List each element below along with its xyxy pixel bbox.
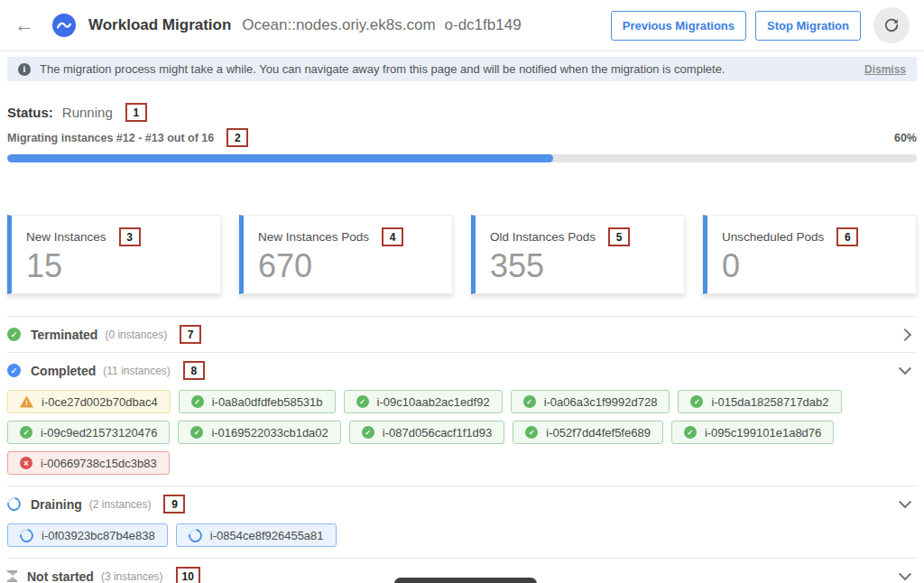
instance-chip: i-015da18258717dab2 [678, 390, 841, 413]
page-header: ← Workload Migration Ocean::nodes.oriy.e… [0, 0, 924, 51]
annotation-callout-7: 7 [180, 325, 201, 344]
chip-status-icon [690, 395, 703, 408]
section-terminated: Terminated (0 instances) 7 [7, 316, 917, 352]
instance-chip: i-0a06a3c1f9992d728 [511, 390, 670, 413]
refresh-icon [883, 17, 900, 33]
section-title: Completed [31, 364, 96, 378]
instance-id: i-0ce27d002b70dbac4 [42, 395, 158, 409]
progress-bar-fill [7, 154, 553, 162]
instance-id: i-0f03923bc87b4e838 [42, 529, 155, 542]
instance-id: i-087d056cacf1f1d93 [383, 426, 492, 440]
status-value: Running [62, 105, 113, 120]
instance-sections: Terminated (0 instances) 7 Completed (11… [7, 316, 917, 583]
section-title: Terminated [31, 328, 97, 342]
check-circle-blue-icon [7, 364, 21, 377]
card-value: 670 [258, 250, 438, 282]
progress-bar-track [7, 154, 917, 162]
section-draining-header[interactable]: Draining (2 instances) 9 [7, 486, 917, 522]
instance-id: i-09c9ed21573120476 [41, 426, 157, 440]
section-count: (2 instances) [89, 498, 152, 511]
previous-migrations-button[interactable]: Previous Migrations [611, 11, 746, 41]
instance-chip: i-00669738c15dc3b83 [7, 451, 170, 475]
annotation-callout-1: 1 [125, 103, 147, 122]
instance-id: i-0854ce8f926455a81 [210, 529, 324, 542]
card-label-row: New Instances Pods 4 [258, 227, 438, 246]
card-value: 0 [722, 250, 901, 282]
banner-text: The migration process might take a while… [40, 62, 725, 76]
card-label-row: Old Instances Pods 5 [490, 227, 670, 246]
section-title: Draining [31, 497, 82, 512]
annotation-callout-2: 2 [226, 128, 248, 147]
card-label: Unscheduled Pods [722, 230, 824, 244]
summary-card: Old Instances Pods 5 355 [471, 215, 685, 294]
chip-status-icon [186, 526, 205, 545]
instance-chip: i-087d056cacf1f1d93 [349, 421, 504, 444]
card-label-row: Unscheduled Pods 6 [722, 227, 901, 246]
chevron-down-icon[interactable] [899, 362, 911, 375]
summary-cards: New Instances 3 15 New Instances Pods 4 … [7, 215, 917, 294]
progress-percent-label: 60% [894, 132, 917, 144]
migration-id: o-dc1fb149 [445, 16, 522, 34]
dismiss-link[interactable]: Dismiss [864, 63, 906, 76]
section-terminated-header[interactable]: Terminated (0 instances) 7 [7, 317, 917, 352]
chevron-down-icon[interactable] [899, 568, 911, 580]
info-banner: i The migration process might take a whi… [7, 57, 917, 81]
instance-chip: i-095c199101e1a8d76 [671, 421, 834, 444]
annotation-callout: 5 [608, 227, 630, 246]
annotation-callout: 3 [119, 227, 141, 246]
stop-migration-button[interactable]: Stop Migration [755, 11, 861, 41]
section-count: (11 instances) [103, 365, 170, 377]
annotation-callout-10: 10 [176, 567, 200, 583]
card-label: Old Instances Pods [490, 230, 596, 244]
section-draining: Draining (2 instances) 9 i-0f03923bc87b4… [7, 486, 917, 558]
section-count: (3 instances) [101, 570, 163, 583]
instance-chip: i-09c10aab2ac1edf92 [344, 390, 503, 413]
annotation-callout: 4 [382, 227, 403, 246]
chip-status-icon [17, 526, 36, 545]
status-label: Status: [7, 105, 53, 120]
main-content: Status: Running 1 Migrating instances #1… [0, 103, 924, 583]
card-label: New Instances Pods [258, 230, 369, 244]
hourglass-icon [7, 570, 17, 582]
chip-status-icon [362, 426, 374, 439]
chip-status-icon [684, 426, 697, 439]
info-icon: i [18, 63, 31, 76]
check-circle-green-icon [7, 328, 21, 341]
instance-chip: i-0ce27d002b70dbac4 [7, 390, 171, 413]
section-title: Not started [27, 569, 94, 583]
chip-status-icon [20, 396, 33, 408]
spinner-icon [5, 495, 23, 514]
draining-instance-chips: i-0f03923bc87b4e838 i-0854ce8f926455a81 [7, 522, 917, 558]
refresh-button[interactable] [873, 7, 910, 43]
chip-status-icon [191, 395, 204, 408]
instance-chip: i-0a8a0dfdfeb58531b [179, 390, 336, 413]
instance-id: i-052f7dd4fef5fe689 [546, 426, 651, 440]
summary-card: New Instances 3 15 [7, 215, 221, 294]
instance-id: i-0a8a0dfdfeb58531b [212, 395, 323, 409]
chip-status-icon [356, 395, 369, 408]
instance-id: i-0169522033cb1da02 [211, 426, 328, 440]
back-arrow-icon[interactable]: ← [14, 15, 34, 35]
instance-chip: i-0169522033cb1da02 [178, 421, 340, 444]
instance-chip: i-0854ce8f926455a81 [176, 523, 337, 547]
instance-id: i-09c10aab2ac1edf92 [377, 395, 490, 409]
chip-status-icon [20, 426, 32, 439]
section-count: (0 instances) [105, 329, 167, 341]
cluster-name: Ocean::nodes.oriy.ek8s.com [242, 16, 435, 34]
workload-migration-page: ← Workload Migration Ocean::nodes.oriy.e… [0, 0, 924, 583]
instance-chip: i-09c9ed21573120476 [7, 421, 170, 444]
section-completed-header[interactable]: Completed (11 instances) 8 [7, 353, 917, 388]
chip-status-icon [523, 395, 536, 408]
card-label: New Instances [26, 230, 106, 244]
status-row: Status: Running 1 [7, 103, 917, 122]
cut-off-tooltip [394, 578, 537, 583]
chip-status-icon [525, 426, 538, 439]
chevron-right-icon[interactable] [899, 328, 911, 340]
summary-card: Unscheduled Pods 6 0 [703, 215, 917, 294]
card-value: 355 [490, 250, 670, 282]
completed-instance-chips: i-0ce27d002b70dbac4 i-0a8a0dfdfeb58531b … [7, 388, 917, 486]
chevron-down-icon[interactable] [899, 495, 911, 508]
migration-detail-text: Migrating instances #12 - #13 out of 16 [7, 132, 214, 144]
instance-id: i-00669738c15dc3b83 [41, 457, 157, 470]
card-label-row: New Instances 3 [26, 227, 206, 246]
